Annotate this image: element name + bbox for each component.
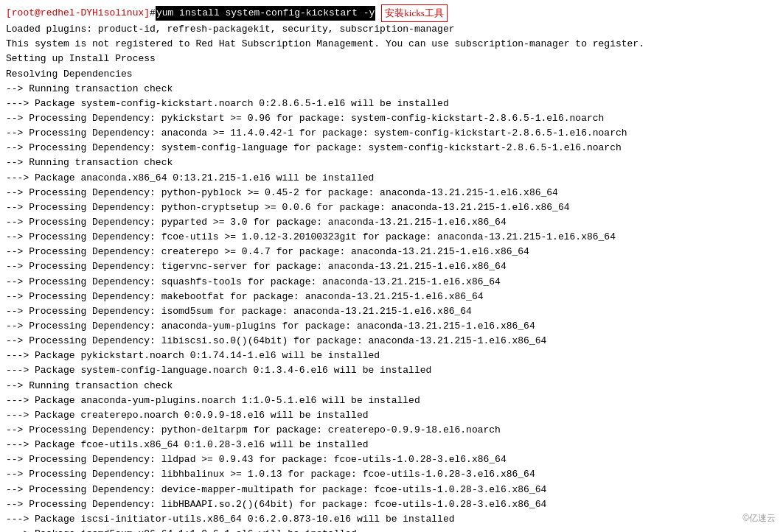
prompt-at: @: [35, 6, 41, 21]
terminal-line: --> Processing Dependency: lldpad >= 0.9…: [6, 452, 777, 467]
terminal-line: ---> Package fcoe-utils.x86_64 0:1.0.28-…: [6, 438, 777, 452]
terminal-line: --> Processing Dependency: pyparted >= 3…: [6, 215, 777, 230]
terminal-line: ---> Package anaconda.x86_64 0:13.21.215…: [6, 171, 777, 186]
prompt-bracket: [: [6, 6, 12, 21]
prompt-path: isolinux: [98, 6, 144, 21]
prompt-user: root: [12, 6, 35, 21]
terminal-line: ---> Package anaconda-yum-plugins.noarch…: [6, 393, 777, 408]
terminal-line: ---> Package iscsi-initiator-utils.x86_6…: [6, 512, 777, 527]
terminal-line: --> Processing Dependency: libHBAAPI.so.…: [6, 497, 777, 512]
terminal-line: --> Processing Dependency: anaconda >= 1…: [6, 126, 777, 141]
prompt-host: redhel-DYH: [41, 6, 98, 21]
terminal-line: --> Processing Dependency: fcoe-utils >=…: [6, 230, 777, 245]
terminal-line: --> Processing Dependency: isomd5sum for…: [6, 304, 777, 319]
command-line: [root@redhel-DYH isolinux]# yum install …: [6, 4, 777, 22]
watermark: ©亿速云: [742, 512, 776, 525]
prompt-hash: #: [150, 6, 156, 21]
terminal-line: ---> Package isomd5sum.x86_64 1:1.0.6-1.…: [6, 527, 777, 532]
terminal-output: Loaded plugins: product-id, refresh-pack…: [6, 22, 777, 532]
terminal-line: --> Processing Dependency: pykickstart >…: [6, 111, 777, 126]
terminal-line: --> Processing Dependency: squashfs-tool…: [6, 275, 777, 290]
terminal-line: --> Running transaction check: [6, 379, 777, 393]
terminal-line: ---> Package system-config-language.noar…: [6, 363, 777, 378]
terminal-line: Setting up Install Process: [6, 52, 777, 66]
terminal-line: This system is not registered to Red Hat…: [6, 37, 777, 52]
terminal-line: --> Processing Dependency: python-pybloc…: [6, 186, 777, 200]
terminal-line: --> Processing Dependency: python-crypts…: [6, 200, 777, 215]
annotation-box: 安装kicks工具: [381, 4, 447, 22]
terminal-line: --> Processing Dependency: libhbalinux >…: [6, 467, 777, 482]
command-text: yum install system-config-kickstart -y: [156, 6, 375, 21]
terminal-line: Resolving Dependencies: [6, 67, 777, 82]
terminal-line: --> Processing Dependency: tigervnc-serv…: [6, 259, 777, 274]
terminal-line: --> Running transaction check: [6, 155, 777, 170]
terminal-line: ---> Package pykickstart.noarch 0:1.74.1…: [6, 349, 777, 363]
terminal-line: --> Processing Dependency: createrepo >=…: [6, 245, 777, 259]
terminal-line: Loaded plugins: product-id, refresh-pack…: [6, 22, 777, 37]
prompt-bracket-close: ]: [144, 6, 150, 21]
terminal-line: ---> Package createrepo.noarch 0:0.9.9-1…: [6, 408, 777, 423]
terminal-line: --> Processing Dependency: libiscsi.so.0…: [6, 334, 777, 349]
terminal-line: ---> Package system-config-kickstart.noa…: [6, 97, 777, 111]
terminal-line: --> Processing Dependency: system-config…: [6, 141, 777, 155]
terminal-line: --> Processing Dependency: device-mapper…: [6, 483, 777, 497]
terminal-window: [root@redhel-DYH isolinux]# yum install …: [0, 0, 783, 532]
terminal-line: --> Running transaction check: [6, 82, 777, 97]
terminal-line: --> Processing Dependency: makebootfat f…: [6, 290, 777, 304]
terminal-line: --> Processing Dependency: anaconda-yum-…: [6, 319, 777, 334]
terminal-line: --> Processing Dependency: python-deltar…: [6, 423, 777, 438]
